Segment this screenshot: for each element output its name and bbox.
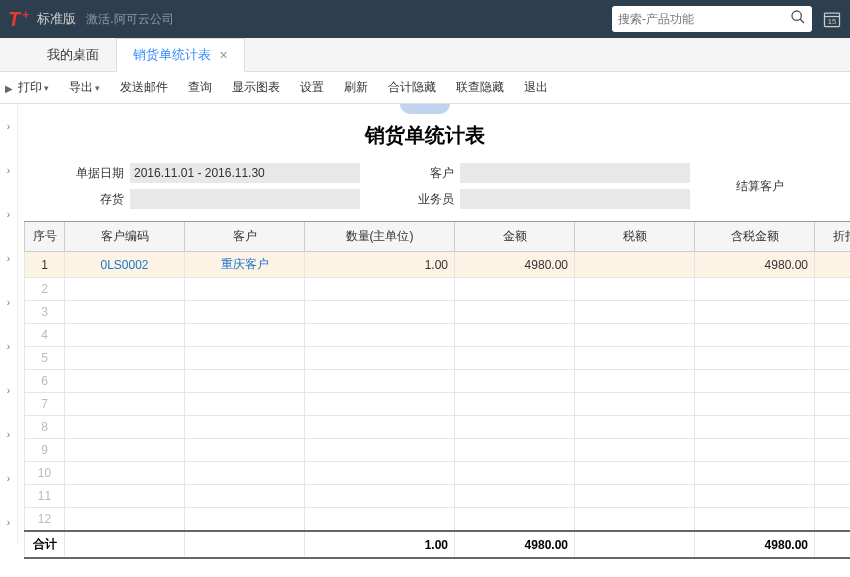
- col-qty[interactable]: 数量(主单位): [305, 222, 455, 252]
- table-row[interactable]: 6: [25, 370, 851, 393]
- side-chevron-icon[interactable]: ›: [0, 280, 18, 324]
- cell-seq: 2: [25, 278, 65, 301]
- cell-seq: 8: [25, 416, 65, 439]
- chevron-down-icon: ▾: [95, 83, 100, 93]
- edition-label: 标准版: [37, 10, 76, 28]
- company-label: 激活.阿可云公司: [86, 11, 173, 28]
- cell-seq: 9: [25, 439, 65, 462]
- table-row[interactable]: 9: [25, 439, 851, 462]
- content: › › › › › › › › › › 销货单统计表 单据日期 存货 客户: [0, 104, 850, 559]
- col-tax[interactable]: 税额: [575, 222, 695, 252]
- search-box[interactable]: [612, 6, 812, 32]
- settle-customer-label: 结算客户: [730, 178, 790, 195]
- report-title-area: 销货单统计表: [0, 104, 850, 159]
- col-discount[interactable]: 折扣: [815, 222, 851, 252]
- tab-bar: 我的桌面 销货单统计表 ✕: [0, 38, 850, 72]
- search-icon[interactable]: [790, 9, 806, 29]
- toolbar: ▶ 打印▾ 导出▾ 发送邮件 查询 显示图表 设置 刷新 合计隐藏 联查隐藏 退…: [0, 72, 850, 104]
- table-total-row: 合计 1.00 4980.00 4980.00: [25, 531, 851, 558]
- cell-discount: [815, 252, 851, 278]
- col-tax-amount[interactable]: 含税金额: [695, 222, 815, 252]
- total-qty: 1.00: [305, 531, 455, 558]
- calendar-icon[interactable]: 15: [822, 9, 842, 29]
- svg-line-1: [800, 19, 804, 23]
- cell-amount: 4980.00: [455, 252, 575, 278]
- table-row[interactable]: 5: [25, 347, 851, 370]
- side-chevron-icon[interactable]: ›: [0, 192, 18, 236]
- cell-seq: 4: [25, 324, 65, 347]
- data-table: 序号 客户编码 客户 数量(主单位) 金额 税额 含税金额 折扣 1 0LS00…: [24, 221, 850, 559]
- cell-tax-amount: 4980.00: [695, 252, 815, 278]
- total-tax: [575, 531, 695, 558]
- salesman-input[interactable]: [460, 189, 690, 209]
- side-chevron-icon[interactable]: ›: [0, 412, 18, 456]
- cell-seq: 11: [25, 485, 65, 508]
- query-button[interactable]: 查询: [178, 79, 222, 96]
- cell-qty: 1.00: [305, 252, 455, 278]
- doc-date-label: 单据日期: [60, 165, 130, 182]
- col-customer-code[interactable]: 客户编码: [65, 222, 185, 252]
- filter-bar: 单据日期 存货 客户 业务员 结算客户: [0, 159, 850, 213]
- svg-text:15: 15: [828, 17, 836, 26]
- svg-point-0: [792, 11, 801, 20]
- side-chevron-icon[interactable]: ›: [0, 500, 18, 544]
- total-label: 合计: [25, 531, 65, 558]
- side-chevron-icon[interactable]: ›: [0, 236, 18, 280]
- sidebar-toggle[interactable]: ▶: [0, 72, 18, 104]
- refresh-button[interactable]: 刷新: [334, 79, 378, 96]
- settings-button[interactable]: 设置: [290, 79, 334, 96]
- table-row[interactable]: 4: [25, 324, 851, 347]
- side-chevron-icon[interactable]: ›: [0, 324, 18, 368]
- table-row[interactable]: 12: [25, 508, 851, 532]
- logo-t-icon: T: [8, 8, 20, 31]
- side-chevron-icon[interactable]: ›: [0, 456, 18, 500]
- show-chart-button[interactable]: 显示图表: [222, 79, 290, 96]
- tab-label: 我的桌面: [47, 47, 99, 62]
- search-input[interactable]: [618, 12, 790, 26]
- table-row[interactable]: 8: [25, 416, 851, 439]
- table-row[interactable]: 1 0LS0002 重庆客户 1.00 4980.00 4980.00: [25, 252, 851, 278]
- cell-customer-link[interactable]: 重庆客户: [185, 252, 305, 278]
- customer-input[interactable]: [460, 163, 690, 183]
- inventory-input[interactable]: [130, 189, 360, 209]
- doc-date-input[interactable]: [130, 163, 360, 183]
- hide-link-button[interactable]: 联查隐藏: [446, 79, 514, 96]
- cell-code-link[interactable]: 0LS0002: [65, 252, 185, 278]
- total-amount: 4980.00: [455, 531, 575, 558]
- col-amount[interactable]: 金额: [455, 222, 575, 252]
- logo: T + 标准版 激活.阿可云公司: [8, 8, 174, 31]
- table-row[interactable]: 11: [25, 485, 851, 508]
- report-title: 销货单统计表: [365, 124, 485, 146]
- col-seq[interactable]: 序号: [25, 222, 65, 252]
- inventory-label: 存货: [60, 191, 130, 208]
- tab-desktop[interactable]: 我的桌面: [30, 38, 116, 72]
- drag-handle-icon[interactable]: [400, 104, 450, 114]
- cell-seq: 10: [25, 462, 65, 485]
- table-row[interactable]: 7: [25, 393, 851, 416]
- chevron-down-icon: ▾: [44, 83, 49, 93]
- side-chevron-icon[interactable]: ›: [0, 368, 18, 412]
- table-row[interactable]: 2: [25, 278, 851, 301]
- cell-seq: 7: [25, 393, 65, 416]
- tab-sales-report[interactable]: 销货单统计表 ✕: [116, 38, 245, 72]
- tab-label: 销货单统计表: [133, 47, 211, 62]
- send-mail-button[interactable]: 发送邮件: [110, 79, 178, 96]
- col-customer[interactable]: 客户: [185, 222, 305, 252]
- cell-seq: 6: [25, 370, 65, 393]
- cell-seq: 3: [25, 301, 65, 324]
- hide-total-button[interactable]: 合计隐藏: [378, 79, 446, 96]
- total-tax-amount: 4980.00: [695, 531, 815, 558]
- close-icon[interactable]: ✕: [219, 49, 228, 61]
- cell-tax: [575, 252, 695, 278]
- cell-seq: 1: [25, 252, 65, 278]
- table-header-row: 序号 客户编码 客户 数量(主单位) 金额 税额 含税金额 折扣: [25, 222, 851, 252]
- cell-seq: 5: [25, 347, 65, 370]
- table-row[interactable]: 10: [25, 462, 851, 485]
- export-button[interactable]: 导出▾: [59, 79, 110, 96]
- exit-button[interactable]: 退出: [514, 79, 558, 96]
- salesman-label: 业务员: [400, 191, 460, 208]
- top-bar: T + 标准版 激活.阿可云公司 15: [0, 0, 850, 38]
- logo-plus-icon: +: [22, 8, 29, 22]
- cell-seq: 12: [25, 508, 65, 532]
- table-row[interactable]: 3: [25, 301, 851, 324]
